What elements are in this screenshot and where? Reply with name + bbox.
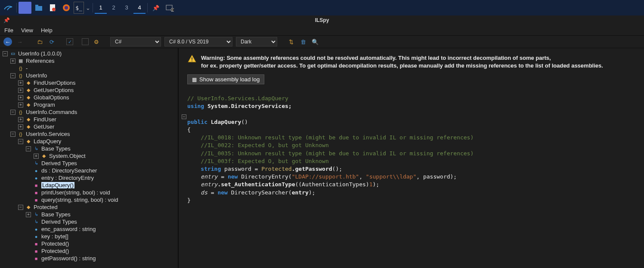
terminal-icon[interactable]: $_ <box>74 2 84 14</box>
window-title: ILSpy <box>0 17 644 23</box>
workspace-2[interactable]: 2 <box>108 2 120 14</box>
language-select[interactable]: C# <box>110 37 161 46</box>
tree-protected-cctor[interactable]: ■Protected() <box>0 247 178 255</box>
lang-version-select[interactable]: C# 8.0 / VS 2019 <box>164 37 232 46</box>
warning-line-1: Warning: Some assembly references could … <box>201 54 603 62</box>
tree-ldapquery-ctor[interactable]: ■LdapQuery() <box>0 182 178 189</box>
svg-rect-9 <box>192 57 192 60</box>
tree-program[interactable]: +◆Program <box>0 101 178 108</box>
svg-point-3 <box>52 8 56 11</box>
tree-enc-password[interactable]: ●enc_password : string <box>0 225 178 233</box>
code-view[interactable]: // UserInfo.Services.LdapQuery using Sys… <box>179 87 640 204</box>
menu-view[interactable]: View <box>21 27 33 34</box>
tree-ds-field[interactable]: ●ds : DirectorySearcher <box>0 167 178 174</box>
tree-basetypes[interactable]: −↳Base Types <box>0 145 178 152</box>
tree-getuser[interactable]: +◆GetUser <box>0 123 178 130</box>
svg-rect-10 <box>192 61 192 62</box>
titlebar: 📌 ILSpy <box>0 15 644 25</box>
svg-rect-1 <box>35 5 38 6</box>
svg-point-5 <box>65 6 68 9</box>
sort-icon[interactable]: ⇅ <box>287 37 295 46</box>
tree-ns-commands[interactable]: −{}UserInfo.Commands <box>0 108 178 116</box>
refresh-icon[interactable]: ⟳ <box>47 37 56 46</box>
search-icon[interactable]: 🔍 <box>311 37 319 46</box>
tree-ns-userinfo[interactable]: −{}UserInfo <box>0 72 178 79</box>
tree-finduseroptions[interactable]: +◆FindUserOptions <box>0 79 178 86</box>
delete-icon[interactable]: 🗑 <box>299 37 307 46</box>
terminal-dropdown-icon[interactable]: ⌄ <box>85 2 91 14</box>
tree-references[interactable]: +▦References <box>0 57 178 65</box>
workspace-4[interactable]: 4 <box>133 2 146 14</box>
ilspy-window: 📌 ILSpy File View Help ← → 🗀 ⟳ ✓ ⚙ C# C#… <box>0 15 644 268</box>
open-icon[interactable]: 🗀 <box>35 37 44 46</box>
tree-assembly[interactable]: −▭UserInfo (1.0.0.0) <box>0 50 178 57</box>
os-taskbar: $_ ⌄ 1 2 3 4 📌 2 <box>0 0 644 15</box>
checkbox-2[interactable] <box>82 38 89 45</box>
firefox-icon[interactable] <box>60 2 73 14</box>
tree-derivedtypes2[interactable]: ↳Derived Types <box>0 218 178 225</box>
forward-button[interactable]: → <box>15 37 24 46</box>
tree-basetypes2[interactable]: +↳Base Types <box>0 211 178 218</box>
files-icon[interactable] <box>32 2 45 14</box>
fold-minus-icon[interactable]: − <box>182 114 186 119</box>
decompiled-view: Warning: Some assembly references could … <box>179 48 644 268</box>
theme-select[interactable]: Dark <box>236 37 277 46</box>
tree-globaloptions[interactable]: +◆GlobalOptions <box>0 94 178 101</box>
warning-banner: Warning: Some assembly references could … <box>183 52 640 72</box>
document-icon[interactable] <box>46 2 59 14</box>
assembly-tree[interactable]: −▭UserInfo (1.0.0.0) +▦References {}- −{… <box>0 48 179 268</box>
tree-printuser[interactable]: ■printUser(string, bool) : void <box>0 189 178 196</box>
tree-entry-field[interactable]: ●entry : DirectoryEntry <box>0 174 178 182</box>
menubar: File View Help <box>0 25 644 35</box>
taskbar-pinned-icon[interactable]: 📌 <box>149 2 162 14</box>
workspace-1[interactable]: 1 <box>95 2 107 14</box>
menu-file[interactable]: File <box>4 27 13 34</box>
tree-protected[interactable]: −◆Protected <box>0 203 178 211</box>
tree-getpassword[interactable]: ■getPassword() : string <box>0 255 178 262</box>
tree-ns-services[interactable]: −{}UserInfo.Services <box>0 130 178 138</box>
taskbar-window-icon[interactable]: 2 <box>163 2 176 14</box>
toolbar: ← → 🗀 ⟳ ✓ ⚙ C# C# 8.0 / VS 2019 Dark ⇅ 🗑… <box>0 35 644 48</box>
tree-getuseroptions[interactable]: +◆GetUserOptions <box>0 86 178 94</box>
tree-query[interactable]: ■query(string, string, bool) : void <box>0 196 178 203</box>
checkbox-1[interactable]: ✓ <box>66 38 73 45</box>
menu-help[interactable]: Help <box>41 27 53 34</box>
svg-rect-0 <box>35 6 42 11</box>
warning-line-2: for ex. property getter/setter access. T… <box>201 62 603 70</box>
tree-protected-ctor[interactable]: ■Protected() <box>0 240 178 247</box>
show-assembly-load-log-button[interactable]: ▦ Show assembly load log <box>187 74 264 84</box>
tree-key[interactable]: ●key : byte[] <box>0 233 178 240</box>
kali-menu-icon[interactable] <box>2 2 15 14</box>
back-button[interactable]: ← <box>3 37 12 46</box>
tree-finduser[interactable]: +◆FindUser <box>0 116 178 123</box>
tree-ldapquery[interactable]: −◆LdapQuery <box>0 138 178 145</box>
tree-system-object[interactable]: +◆System.Object <box>0 152 178 160</box>
svg-text:2: 2 <box>172 9 173 12</box>
warning-icon <box>187 54 197 64</box>
tree-settings-icon[interactable]: ⚙ <box>92 37 101 46</box>
taskbar-app-icon[interactable] <box>19 2 31 14</box>
log-icon: ▦ <box>192 77 197 83</box>
tree-derivedtypes[interactable]: ↳Derived Types <box>0 160 178 167</box>
workspace-3[interactable]: 3 <box>121 2 133 14</box>
tree-dash[interactable]: {}- <box>0 65 178 72</box>
